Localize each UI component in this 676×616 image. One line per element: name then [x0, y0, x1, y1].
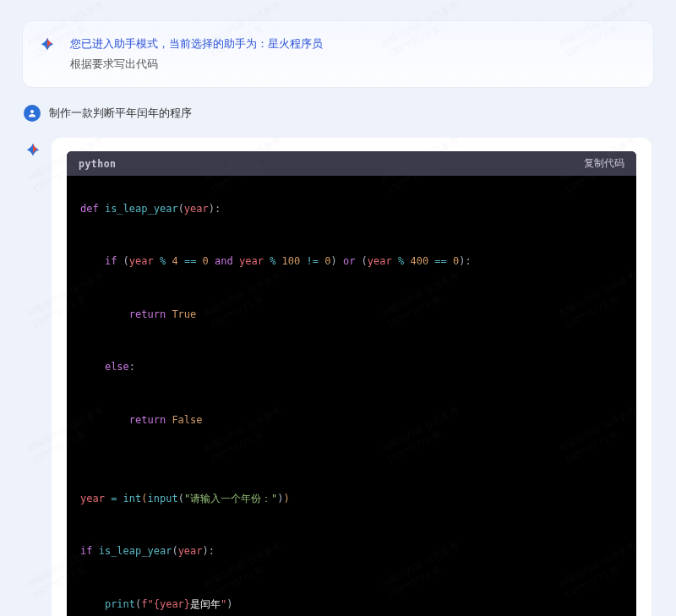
svg-point-0 — [30, 110, 34, 113]
user-avatar — [24, 105, 41, 122]
intro-desc-text: 根据要求写出代码 — [70, 57, 635, 72]
user-message-text: 制作一款判断平年闰年的程序 — [49, 106, 192, 121]
intro-card: 您已进入助手模式，当前选择的助手为：星火程序员 根据要求写出代码 — [22, 20, 654, 88]
user-message-row: 制作一款判断平年闰年的程序 — [24, 105, 652, 122]
code-block: python 复制代码 def is_leap_year(year): if (… — [67, 151, 636, 616]
intro-mode-text: 您已进入助手模式，当前选择的助手为：星火程序员 — [70, 36, 635, 52]
code-language-label: python — [79, 158, 117, 170]
code-header: python 复制代码 — [67, 151, 636, 176]
ai-response-row: python 复制代码 def is_leap_year(year): if (… — [24, 137, 652, 616]
spark-icon — [24, 142, 42, 161]
code-content[interactable]: def is_leap_year(year): if (year % 4 == … — [67, 176, 636, 616]
spark-icon — [38, 36, 57, 55]
ai-response-body: python 复制代码 def is_leap_year(year): if (… — [51, 137, 652, 616]
copy-code-button[interactable]: 复制代码 — [584, 157, 624, 170]
